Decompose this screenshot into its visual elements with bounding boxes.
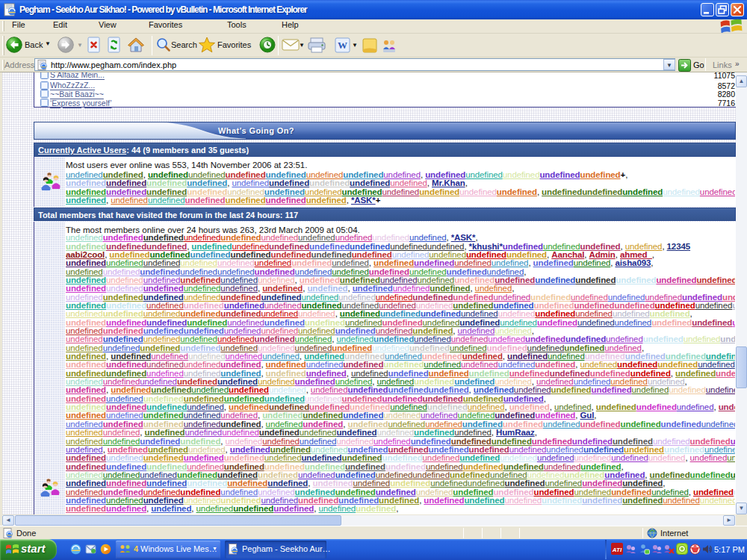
svg-text:W: W xyxy=(338,40,347,51)
svg-text:ATI: ATI xyxy=(612,547,622,553)
